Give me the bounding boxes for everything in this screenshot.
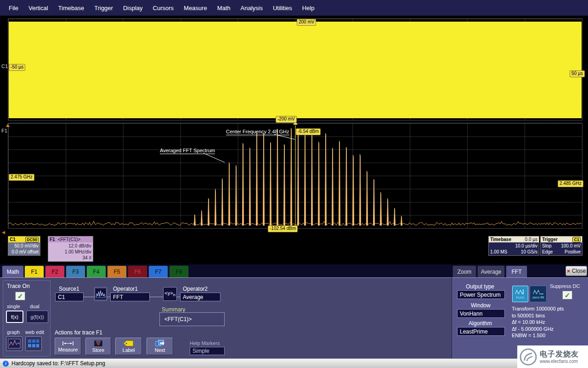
fft-peak-level-badge: -6.54 dBm (296, 128, 321, 135)
menu-math[interactable]: Math (212, 5, 236, 12)
source1-value: C1 (58, 294, 65, 300)
tab-zoom[interactable]: Zoom (452, 265, 476, 277)
tab-f2[interactable]: F2 (45, 265, 65, 277)
store-icon (94, 340, 102, 346)
c1-left-time-badge[interactable]: -50 µs (9, 64, 25, 71)
operator2-label: Operator2 (183, 286, 208, 292)
measure-button[interactable]: Measure (55, 338, 81, 355)
menu-vertical[interactable]: Vertical (23, 5, 53, 12)
connector-line (107, 297, 110, 297)
fft-grid[interactable] (8, 123, 582, 229)
c1-descriptor[interactable]: C1 DC50 50.0 mV/div 0.0 mV offset (8, 236, 40, 256)
suppress-dc-label: Suppress DC (550, 283, 580, 289)
next-button[interactable]: Next (147, 338, 173, 355)
algorithm-dropdown[interactable]: LeastPrime (457, 327, 505, 336)
trunc-icon (515, 288, 526, 295)
scroll-left-icon[interactable]: ◀ (2, 230, 5, 235)
c1-grid[interactable] (8, 18, 582, 121)
connector-line (84, 297, 94, 297)
menu-analysis[interactable]: Analysis (236, 5, 268, 12)
timebase-rate: 10 GS/s (521, 249, 537, 255)
operator1-label: Operator1 (113, 286, 138, 292)
trace-on-checkbox[interactable]: ✓ (15, 292, 25, 300)
actions-label: Actions for trace F1 (55, 329, 102, 336)
single-label: single (7, 304, 20, 309)
trunc-button[interactable]: trunc (512, 286, 528, 302)
fft-info-enbw: ENBW = 1.500 (512, 332, 564, 339)
tab-f3[interactable]: F3 (66, 265, 85, 277)
web-edit-button[interactable] (25, 336, 42, 351)
fx-button[interactable]: f(x) (6, 310, 23, 323)
help-markers-dropdown[interactable]: Simple (190, 347, 225, 355)
label-icon (124, 340, 134, 346)
measure-icon (62, 341, 74, 346)
menu-trigger[interactable]: Trigger (89, 5, 118, 12)
graph-mode-button[interactable] (6, 336, 23, 351)
operator-n-button[interactable]: <y>n (163, 287, 177, 301)
output-type-value: Power Spectrum (460, 292, 501, 298)
c1-top-level-badge: 200 mV (297, 19, 316, 26)
fft-info-transform: Transform 1000000 pts (512, 305, 564, 312)
label-button[interactable]: Label (115, 338, 142, 355)
output-type-dropdown[interactable]: Power Spectrum (457, 290, 505, 299)
fft-right-freq-badge[interactable]: 2.485 GHz (558, 180, 583, 187)
status-bar: i Hardcopy saved to: F:\\FFT Setup.png (0, 358, 588, 368)
gfx-button[interactable]: g(f(x)) (26, 310, 48, 323)
tab-math[interactable]: Math (2, 265, 24, 277)
window-label: Window (471, 302, 491, 309)
f1-descriptor-name: F1 (50, 237, 55, 242)
trigger-descriptor[interactable]: Trigger C1 Stop 100.0 mV Edge Positive (540, 236, 582, 256)
c1-vdiv: 50.0 mV/div (10, 243, 39, 249)
help-markers-label: Help Markers (190, 340, 220, 346)
trace-on-panel: Trace On ✓ single dual f(x) g(f(x)) grap… (3, 280, 51, 356)
summary-box: <FFT(C1)> (159, 312, 225, 326)
tab-fft[interactable]: FFT (506, 265, 527, 277)
c1-right-time-badge[interactable]: 50 µs (570, 70, 585, 77)
c1-trace-label: C1 (1, 63, 8, 69)
menu-timebase[interactable]: Timebase (53, 5, 90, 12)
store-label: Store (92, 347, 104, 353)
close-button[interactable]: ✕ Close (565, 266, 587, 276)
trigger-type: Edge (542, 249, 553, 255)
source1-field[interactable]: C1 (55, 293, 84, 301)
source-waveform-icon (96, 289, 106, 299)
watermark-title: 电子发烧友 (540, 350, 579, 358)
tab-f5[interactable]: F5 (107, 265, 127, 277)
web-edit-icon (28, 339, 40, 349)
f1-trace-label: F1 (1, 128, 7, 133)
menu-display[interactable]: Display (118, 5, 148, 12)
trigger-source-badge: C1 (572, 237, 581, 242)
timebase-descriptor[interactable]: Timebase 0.0 µs 10.0 µs/div 1.00 MS 10 G… (488, 236, 539, 256)
menu-utilities[interactable]: Utilities (268, 5, 297, 12)
info-icon: i (3, 361, 9, 367)
status-message: Hardcopy saved to: F:\\FFT Setup.png (11, 360, 105, 367)
tab-f8[interactable]: F8 (169, 265, 189, 277)
tab-f6[interactable]: F6 (128, 265, 147, 277)
store-button[interactable]: Store (85, 338, 111, 355)
measure-label: Measure (58, 347, 78, 352)
suppress-dc-checkbox[interactable]: ✓ (562, 291, 572, 299)
source-waveform-button[interactable] (94, 287, 107, 301)
close-label: Close (572, 268, 586, 274)
math-setup-dialog: Math F1 F2 F3 F4 F5 F6 F7 F8 Zoom Averag… (0, 264, 588, 358)
f1-dbdiv: 12.0 dB/div (50, 243, 91, 249)
menu-cursors[interactable]: Cursors (148, 5, 179, 12)
zero-fill-button[interactable]: zero fill (530, 286, 547, 302)
fft-info-block: Transform 1000000 pts to 500001 bins Δf … (512, 305, 564, 339)
window-dropdown[interactable]: VonHann (457, 309, 505, 318)
tab-average[interactable]: Average (477, 265, 505, 277)
tab-f7[interactable]: F7 (148, 265, 168, 277)
annotation-averaged-fft: Averaged FFT Spectrum (160, 148, 215, 154)
operator1-field[interactable]: FFT (110, 293, 150, 301)
tab-f1[interactable]: F1 (24, 265, 44, 277)
operator2-field[interactable]: Average (180, 293, 220, 301)
close-icon: ✕ (566, 269, 570, 274)
menu-file[interactable]: File (4, 5, 23, 12)
fft-left-freq-badge[interactable]: 2.475 GHz (9, 174, 34, 181)
f1-descriptor[interactable]: F1 <FFT(C1)> 12.0 dB/div 1.00 MHz/div 34… (48, 236, 93, 262)
output-type-label: Output type (466, 283, 494, 290)
tab-f4[interactable]: F4 (86, 265, 106, 277)
menu-measure[interactable]: Measure (179, 5, 212, 12)
menu-help[interactable]: Help (297, 5, 320, 12)
fft-info-bins: to 500001 bins (512, 312, 564, 319)
